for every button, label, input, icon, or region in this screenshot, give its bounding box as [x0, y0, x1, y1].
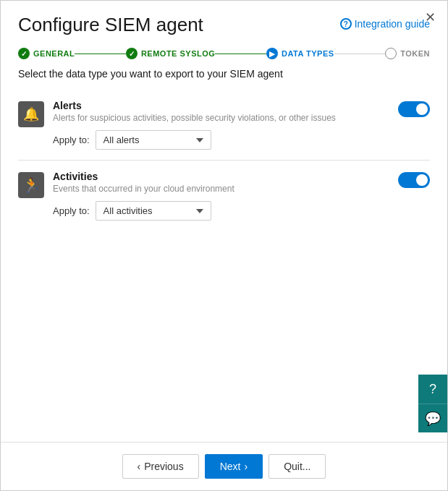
step-general: ✓ GENERAL: [18, 48, 75, 59]
step-token: TOKEN: [385, 48, 430, 59]
activities-apply-to-label: Apply to:: [53, 205, 90, 216]
alerts-icon: 🔔: [18, 101, 44, 127]
side-panel: ? 💬: [418, 375, 447, 432]
side-panel-chat-icon: 💬: [425, 411, 441, 427]
side-panel-help-button[interactable]: ?: [418, 375, 447, 404]
activities-toggle-container: [398, 172, 430, 188]
alerts-content: Alerts Alerts for suspicious activities,…: [53, 100, 389, 150]
header-right: ? Integration guide: [340, 18, 430, 30]
alerts-description: Alerts for suspicious activities, possib…: [53, 113, 389, 123]
activities-title: Activities: [53, 171, 389, 182]
step-remote-syslog-icon: ✓: [126, 48, 138, 59]
alerts-apply-to-select[interactable]: All alerts High severity Medium severity…: [96, 130, 211, 150]
close-button[interactable]: ✕: [425, 11, 436, 24]
next-chevron-icon: ›: [244, 461, 248, 472]
alerts-toggle[interactable]: [398, 101, 430, 117]
alerts-title: Alerts: [53, 100, 389, 111]
data-type-alerts-card: 🔔 Alerts Alerts for suspicious activitie…: [18, 90, 430, 161]
activities-toggle[interactable]: [398, 172, 430, 188]
step-data-types-icon: ▶: [266, 48, 278, 59]
modal-header: Configure SIEM agent ? Integration guide: [1, 1, 447, 36]
select-data-type-label: Select the data type you want to export …: [18, 68, 430, 80]
step-remote-syslog: ✓ REMOTE SYSLOG: [126, 48, 215, 59]
step-token-label: TOKEN: [400, 49, 430, 58]
activities-content: Activities Events that occurred in your …: [53, 171, 389, 221]
previous-chevron-icon: ‹: [138, 461, 141, 472]
step-line-1: [75, 54, 126, 54]
activities-icon: 🏃: [18, 172, 44, 198]
step-general-label: GENERAL: [33, 49, 75, 58]
side-panel-help-icon: ?: [429, 382, 436, 397]
stepper: ✓ GENERAL ✓ REMOTE SYSLOG ▶ DATA TYPES T…: [1, 36, 447, 68]
step-general-icon: ✓: [18, 48, 30, 59]
data-type-activities-card: 🏃 Activities Events that occurred in you…: [18, 161, 430, 231]
side-panel-chat-button[interactable]: 💬: [418, 404, 447, 432]
alerts-apply-to-label: Apply to:: [53, 135, 90, 145]
previous-button-label: Previous: [144, 461, 183, 472]
integration-guide-link[interactable]: ? Integration guide: [340, 18, 430, 30]
step-remote-syslog-label: REMOTE SYSLOG: [141, 49, 215, 58]
quit-button[interactable]: Quit...: [269, 454, 326, 479]
modal-footer: ‹ Previous Next › Quit...: [1, 442, 447, 490]
step-line-2: [215, 54, 266, 54]
next-button[interactable]: Next ›: [205, 454, 263, 479]
modal-title: Configure SIEM agent: [18, 14, 203, 36]
quit-button-label: Quit...: [284, 461, 310, 472]
configure-siem-modal: ✕ Configure SIEM agent ? Integration gui…: [0, 0, 448, 491]
activities-description: Events that occurred in your cloud envir…: [53, 184, 389, 194]
question-icon: ?: [340, 18, 352, 30]
activities-apply-to-row: Apply to: All activities Admin activitie…: [53, 201, 389, 221]
previous-button[interactable]: ‹ Previous: [122, 454, 199, 479]
step-token-icon: [385, 48, 397, 59]
step-data-types: ▶ DATA TYPES: [266, 48, 334, 59]
step-data-types-label: DATA TYPES: [282, 49, 334, 58]
next-button-label: Next: [220, 461, 241, 472]
activities-apply-to-select[interactable]: All activities Admin activities Login ac…: [96, 201, 211, 221]
integration-guide-label: Integration guide: [355, 18, 430, 30]
alerts-apply-to-row: Apply to: All alerts High severity Mediu…: [53, 130, 389, 150]
alerts-toggle-container: [398, 101, 430, 117]
step-line-3: [334, 54, 386, 54]
modal-body: Select the data type you want to export …: [1, 68, 447, 442]
